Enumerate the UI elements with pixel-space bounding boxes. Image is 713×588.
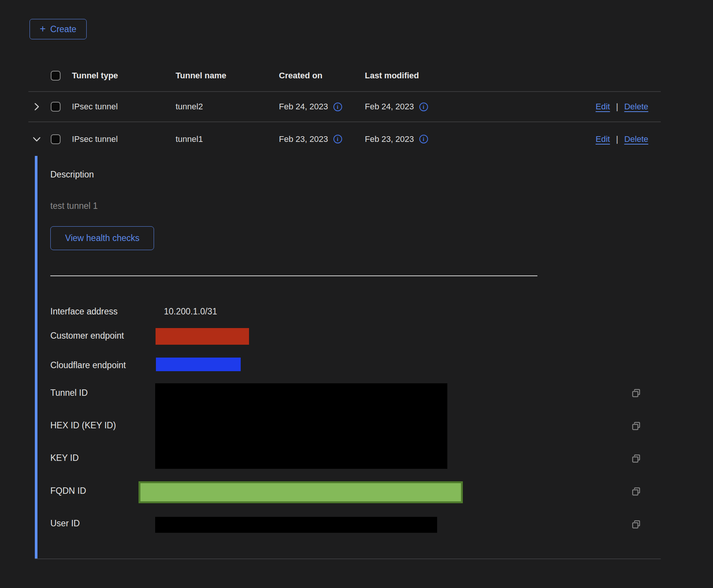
table-header-row: Tunnel type Tunnel name Created on Last … bbox=[28, 60, 661, 92]
info-icon[interactable]: i bbox=[333, 103, 342, 111]
edit-link[interactable]: Edit bbox=[596, 102, 610, 112]
header-created-on: Created on bbox=[279, 71, 322, 81]
header-last-modified: Last modified bbox=[365, 71, 419, 81]
tunnel-name-cell: tunnel2 bbox=[176, 102, 279, 112]
header-tunnel-type: Tunnel type bbox=[72, 71, 176, 81]
fqdn-id-label: FQDN ID bbox=[50, 486, 86, 496]
ids-redaction bbox=[155, 383, 447, 469]
create-button-label: Create bbox=[50, 24, 76, 34]
customer-endpoint-redaction bbox=[156, 328, 249, 345]
tunnel-name-cell: tunnel1 bbox=[176, 134, 279, 144]
chevron-down-icon bbox=[32, 135, 41, 144]
hex-id-label: HEX ID (KEY ID) bbox=[50, 420, 116, 431]
info-icon[interactable]: i bbox=[419, 103, 428, 111]
copy-key-id-button[interactable] bbox=[630, 453, 642, 464]
fqdn-id-redaction bbox=[139, 481, 463, 503]
user-id-label: User ID bbox=[50, 518, 80, 529]
copy-icon bbox=[630, 420, 642, 432]
view-health-checks-button[interactable]: View health checks bbox=[50, 226, 154, 250]
panel-divider bbox=[50, 275, 537, 276]
edit-link[interactable]: Edit bbox=[596, 134, 610, 144]
last-modified-cell: Feb 24, 2023 bbox=[365, 102, 414, 112]
copy-hex-id-button[interactable] bbox=[630, 420, 642, 432]
description-heading: Description bbox=[50, 170, 94, 180]
copy-icon bbox=[630, 486, 642, 497]
copy-user-id-button[interactable] bbox=[630, 519, 642, 530]
collapse-row-button[interactable] bbox=[32, 135, 41, 144]
cloudflare-endpoint-label: Cloudflare endpoint bbox=[50, 360, 126, 370]
cloudflare-endpoint-redaction bbox=[156, 358, 241, 371]
header-tunnel-name: Tunnel name bbox=[176, 71, 279, 81]
row-checkbox[interactable] bbox=[51, 134, 61, 144]
tunnel-type-cell: IPsec tunnel bbox=[72, 134, 176, 144]
ipsec-tunnels-page: + Create Tunnel type Tunnel name Created… bbox=[0, 0, 713, 588]
delete-link[interactable]: Delete bbox=[624, 134, 648, 144]
panel-bottom-divider bbox=[35, 558, 661, 559]
info-icon[interactable]: i bbox=[333, 135, 342, 143]
actions-separator: | bbox=[616, 102, 618, 112]
table-row: IPsec tunnel tunnel1 Feb 23, 2023 i Feb … bbox=[28, 122, 661, 156]
expand-row-button[interactable] bbox=[32, 102, 41, 111]
interface-address-value: 10.200.1.0/31 bbox=[164, 306, 217, 317]
info-icon[interactable]: i bbox=[419, 135, 428, 143]
plus-icon: + bbox=[40, 24, 46, 34]
copy-fqdn-id-button[interactable] bbox=[630, 486, 642, 497]
table-row: IPsec tunnel tunnel2 Feb 24, 2023 i Feb … bbox=[28, 92, 661, 122]
interface-address-label: Interface address bbox=[50, 306, 118, 317]
copy-icon bbox=[630, 519, 642, 530]
copy-icon bbox=[630, 453, 642, 464]
customer-endpoint-label: Customer endpoint bbox=[50, 331, 124, 341]
tunnel-id-label: Tunnel ID bbox=[50, 388, 88, 398]
create-button[interactable]: + Create bbox=[30, 19, 87, 39]
copy-tunnel-id-button[interactable] bbox=[630, 387, 642, 399]
last-modified-cell: Feb 23, 2023 bbox=[365, 134, 414, 144]
user-id-redaction bbox=[155, 517, 437, 533]
delete-link[interactable]: Delete bbox=[624, 102, 648, 112]
chevron-right-icon bbox=[32, 102, 41, 111]
description-value: test tunnel 1 bbox=[50, 201, 98, 211]
row-checkbox[interactable] bbox=[51, 102, 61, 112]
copy-icon bbox=[630, 387, 642, 399]
created-on-cell: Feb 24, 2023 bbox=[279, 102, 328, 112]
expanded-row-indicator-bar bbox=[35, 156, 37, 559]
select-all-checkbox[interactable] bbox=[51, 71, 61, 81]
tunnel-type-cell: IPsec tunnel bbox=[72, 102, 176, 112]
created-on-cell: Feb 23, 2023 bbox=[279, 134, 328, 144]
key-id-label: KEY ID bbox=[50, 453, 79, 463]
actions-separator: | bbox=[616, 134, 618, 144]
